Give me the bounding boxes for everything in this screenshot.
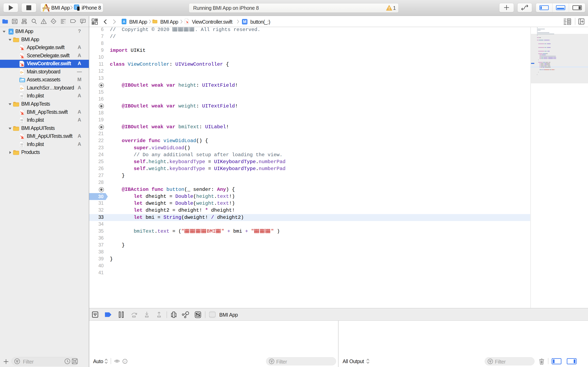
svg-text:i: i <box>125 360 125 363</box>
svg-text:PLIST: PLIST <box>20 146 24 147</box>
svg-text:PLIST: PLIST <box>20 98 24 99</box>
svg-text:30: 30 <box>98 194 104 199</box>
svg-text:PLIST: PLIST <box>20 122 24 123</box>
